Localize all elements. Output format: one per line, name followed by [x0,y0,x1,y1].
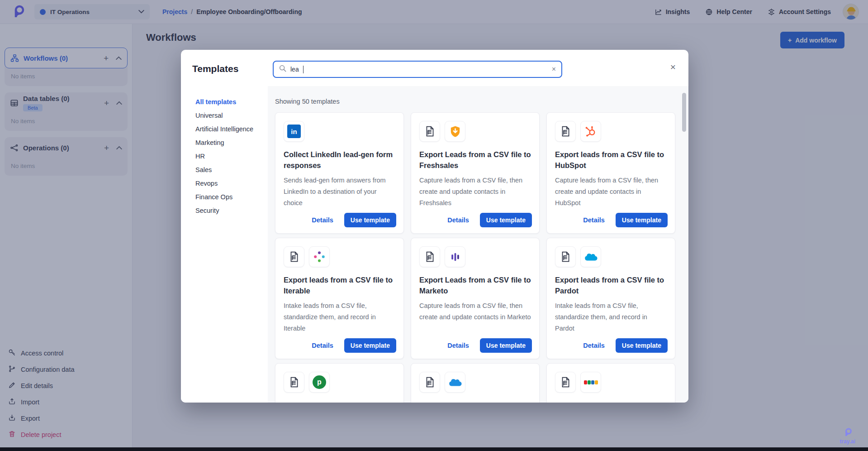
text-caret [303,66,304,73]
card-actions: DetailsUse template [583,213,668,227]
use-template-button[interactable]: Use template [616,338,668,353]
zoho-icon [580,372,601,393]
details-link[interactable]: Details [312,342,333,349]
category-finance-ops[interactable]: Finance Ops [181,190,268,204]
results-count: Showing 50 templates [275,98,688,105]
category-universal[interactable]: Universal [181,109,268,122]
card-app-icons [419,121,531,142]
modal-close-button[interactable]: × [670,62,676,72]
template-title: Export leads from a CSV file to [419,400,531,403]
card-app-icons [555,121,667,142]
template-description: Capture leads from a CSV file, then crea… [419,300,531,323]
tray-watermark: tray.ai [840,427,855,445]
watermark-label: tray.ai [840,438,855,445]
pipedrive-icon: p [309,372,330,393]
details-link[interactable]: Details [583,216,605,224]
template-description: Sends lead-gen form answers from LinkedI… [284,175,395,209]
template-card: Export leads from a CSV file toDetailsUs… [411,363,540,403]
bottom-bar [0,447,868,451]
template-description: Capture leads from a CSV file, then crea… [419,175,531,209]
use-template-button[interactable]: Use template [616,213,668,227]
template-title: Export leads from a CSV file to [555,400,667,403]
csv-file-icon [419,121,440,142]
csv-file-icon [419,246,440,267]
template-title: Export Leads from a CSV file to Freshsal… [419,149,531,171]
template-results: Showing 50 templates inCollect LinkedIn … [268,86,688,403]
template-card: inCollect LinkedIn lead-gen form respons… [275,112,404,234]
use-template-button[interactable]: Use template [480,338,532,353]
marketo-icon [445,246,465,267]
template-title: Export leads from a CSV file to Pardot [555,274,667,296]
use-template-button[interactable]: Use template [344,338,396,353]
modal-title: Templates [192,63,238,74]
linkedin-icon: in [284,121,304,142]
card-actions: DetailsUse template [312,213,396,227]
category-sales[interactable]: Sales [181,163,268,177]
search-icon [279,65,286,74]
card-app-icons: p [284,372,395,393]
category-all-templates[interactable]: All templates [181,95,268,109]
details-link[interactable]: Details [583,342,605,349]
salesforce-icon [445,372,465,393]
card-actions: DetailsUse template [312,338,396,353]
template-search-input[interactable]: lea × [273,61,562,78]
app-screen: IT Operations Projects / Employee Onboar… [0,0,868,451]
details-link[interactable]: Details [447,342,469,349]
csv-file-icon [284,246,304,267]
template-categories: All templatesUniversalArtificial Intelli… [181,86,268,403]
template-title: Export leads from a CSV file to [284,400,395,403]
modal-scrollbar[interactable] [682,93,686,132]
use-template-button[interactable]: Use template [480,213,532,227]
card-actions: DetailsUse template [447,213,532,227]
template-title: Export leads from a CSV file to HubSpot [555,149,667,171]
iterable-icon [309,246,330,267]
card-app-icons [419,372,531,393]
csv-file-icon [419,372,440,393]
card-app-icons: in [284,121,395,142]
template-card: pExport leads from a CSV file toDetailsU… [275,363,404,403]
card-app-icons [555,246,667,267]
category-revops[interactable]: Revops [181,177,268,190]
card-actions: DetailsUse template [583,338,668,353]
details-link[interactable]: Details [447,216,469,224]
csv-file-icon [555,246,576,267]
template-card: Export leads from a CSV file to Iterable… [275,238,404,359]
category-artificial-intelligence[interactable]: Artificial Intelligence [181,122,268,136]
card-actions: DetailsUse template [447,338,532,353]
category-marketing[interactable]: Marketing [181,136,268,149]
hubspot-icon [580,121,601,142]
search-value: lea [290,66,299,73]
template-card: Export Leads from a CSV file to Freshsal… [411,112,540,234]
template-title: Export Leads from a CSV file to Marketo [419,274,531,296]
pardot-salesforce-icon [580,246,601,267]
template-card: Export leads from a CSV file to PardotIn… [546,238,675,359]
search-clear-button[interactable]: × [552,65,556,73]
details-link[interactable]: Details [312,216,333,224]
template-description: Intake leads from a CSV file, standardiz… [555,300,667,334]
template-card: Export leads from a CSV file toDetailsUs… [546,363,675,403]
template-description: Capture leads from a CSV file, then crea… [555,175,667,209]
card-app-icons [555,372,667,393]
csv-file-icon [555,121,576,142]
category-hr[interactable]: HR [181,149,268,163]
template-title: Collect LinkedIn lead-gen form responses [284,149,395,171]
template-description: Intake leads from a CSV file, standardiz… [284,300,395,334]
template-title: Export leads from a CSV file to Iterable [284,274,395,296]
tray-logo-small-icon [842,427,853,438]
templates-modal: Templates × lea × All templatesUniversal… [181,50,688,403]
card-app-icons [419,246,531,267]
template-card: Export Leads from a CSV file to MarketoC… [411,238,540,359]
csv-file-icon [284,372,304,393]
use-template-button[interactable]: Use template [344,213,396,227]
csv-file-icon [555,372,576,393]
template-card: Export leads from a CSV file to HubSpotC… [546,112,675,234]
category-security[interactable]: Security [181,204,268,217]
card-app-icons [284,246,395,267]
template-cards-grid: inCollect LinkedIn lead-gen form respons… [275,112,681,403]
freshsales-icon [445,121,465,142]
